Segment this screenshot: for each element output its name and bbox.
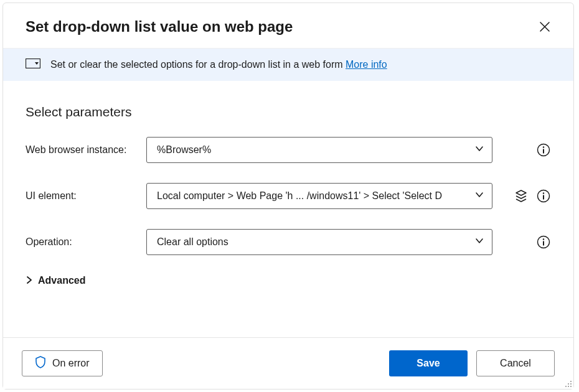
svg-point-11: [568, 383, 569, 385]
more-info-link[interactable]: More info: [346, 59, 387, 70]
advanced-toggle[interactable]: Advanced: [26, 275, 551, 286]
uielement-select-value: Local computer > Web Page 'h ... /window…: [157, 190, 474, 202]
info-banner: Set or clear the selected options for a …: [3, 48, 573, 81]
banner-text-content: Set or clear the selected options for a …: [50, 59, 346, 70]
field-row-operation: Operation: Clear all options: [26, 229, 551, 255]
dialog-footer: On error Save Cancel: [3, 337, 573, 389]
content-area: Select parameters Web browser instance: …: [3, 81, 573, 337]
browser-label: Web browser instance:: [26, 144, 141, 156]
svg-rect-3: [543, 149, 544, 154]
operation-info-button[interactable]: [536, 235, 551, 250]
svg-point-12: [570, 383, 572, 385]
svg-point-5: [543, 192, 544, 194]
advanced-label: Advanced: [38, 275, 85, 286]
uielement-select[interactable]: Local computer > Web Page 'h ... /window…: [146, 183, 492, 209]
svg-rect-9: [543, 241, 544, 246]
section-title: Select parameters: [26, 105, 551, 119]
svg-point-15: [570, 386, 572, 387]
operation-trailing: [497, 235, 551, 250]
uielement-trailing: [497, 189, 551, 203]
resize-grip-icon[interactable]: [563, 379, 572, 388]
dialog-title: Set drop-down list value on web page: [26, 18, 293, 35]
field-row-uielement: UI element: Local computer > Web Page 'h…: [26, 183, 551, 209]
dropdown-glyph-icon: [26, 58, 40, 71]
svg-point-10: [570, 381, 572, 382]
field-row-browser: Web browser instance: %Browser%: [26, 137, 551, 163]
dialog-header: Set drop-down list value on web page: [3, 3, 573, 48]
svg-point-14: [568, 386, 569, 387]
svg-point-13: [565, 386, 567, 387]
layers-icon: [514, 189, 528, 203]
save-button[interactable]: Save: [389, 350, 468, 376]
operation-select[interactable]: Clear all options: [146, 229, 492, 255]
banner-text: Set or clear the selected options for a …: [50, 59, 387, 70]
svg-point-2: [543, 146, 544, 147]
chevron-down-icon: [474, 236, 484, 248]
on-error-button[interactable]: On error: [22, 350, 103, 376]
svg-rect-0: [26, 59, 40, 68]
info-icon: [537, 189, 550, 203]
chevron-down-icon: [474, 190, 484, 202]
chevron-right-icon: [26, 275, 33, 286]
footer-right: Save Cancel: [389, 350, 555, 376]
browser-select-value: %Browser%: [157, 144, 474, 156]
close-icon: [539, 21, 550, 32]
info-icon: [537, 143, 550, 157]
dialog: Set drop-down list value on web page Set…: [2, 2, 574, 390]
svg-rect-6: [543, 195, 544, 200]
svg-point-8: [543, 238, 544, 240]
close-button[interactable]: [535, 17, 555, 37]
on-error-label: On error: [52, 358, 90, 369]
info-icon: [537, 235, 550, 249]
uielement-info-button[interactable]: [536, 189, 551, 203]
chevron-down-icon: [474, 144, 484, 156]
cancel-button[interactable]: Cancel: [476, 350, 555, 376]
browser-info-button[interactable]: [536, 142, 551, 157]
operation-label: Operation:: [26, 236, 141, 248]
operation-select-value: Clear all options: [157, 236, 474, 248]
browser-trailing: [497, 142, 551, 157]
shield-icon: [35, 356, 46, 371]
browser-select[interactable]: %Browser%: [146, 137, 492, 163]
uielement-picker-button[interactable]: [514, 189, 529, 203]
uielement-label: UI element:: [26, 190, 141, 202]
